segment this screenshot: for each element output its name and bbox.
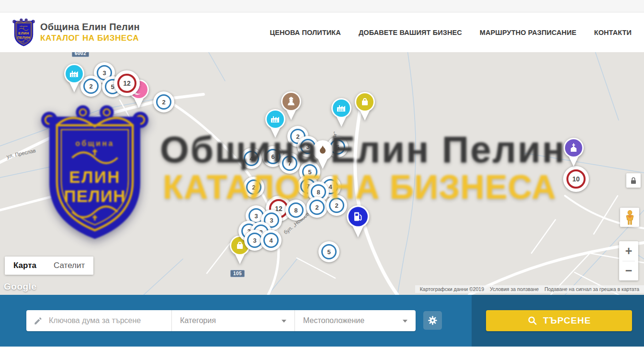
cluster-marker[interactable]: 5 <box>318 241 339 262</box>
road-badge: 105 <box>230 270 245 277</box>
shopping-bag-icon <box>354 92 376 122</box>
church-pin-marker[interactable] <box>563 138 585 168</box>
factory-icon <box>264 109 286 139</box>
location-select[interactable]: Местоположение <box>294 310 416 331</box>
cluster-marker[interactable]: 7 <box>279 153 300 174</box>
zoom-in-button[interactable]: + <box>619 241 638 261</box>
map-type-satellite-button[interactable]: Сателит <box>45 257 93 275</box>
lock-icon <box>630 177 637 185</box>
nav-item-contacts[interactable]: КОНТАКТИ <box>594 29 632 36</box>
factory-pin-marker[interactable] <box>264 109 286 139</box>
map-copyright: Картографски данни ©2019 <box>417 286 487 292</box>
terms-link[interactable]: Условия за ползване <box>487 286 542 292</box>
report-error-link[interactable]: Подаване на сигнал за грешка в картата <box>542 286 642 292</box>
factory-icon <box>330 98 352 128</box>
factory-icon <box>63 64 85 93</box>
brand-title: Община Елин Пелин <box>40 22 140 33</box>
factory-pin-marker[interactable] <box>63 64 85 93</box>
search-bar: Категория Местоположение <box>0 295 644 347</box>
flame-icon <box>312 140 334 170</box>
window-top-strip <box>0 0 644 12</box>
flame-pin-marker[interactable] <box>312 140 334 170</box>
map-canvas[interactable]: 6002105ул. Преславбул. „Новоселции"32512… <box>0 52 644 295</box>
site-header: Община Елин Пелин КАТАЛОГ НА БИЗНЕСА ЦЕН… <box>0 12 644 52</box>
cluster-marker[interactable]: 4 <box>241 148 262 169</box>
search-icon <box>527 315 538 326</box>
map-type-map-button[interactable]: Карта <box>5 257 45 275</box>
keyword-field[interactable] <box>26 310 171 331</box>
search-button-label: ТЪРСЕНЕ <box>543 315 591 326</box>
factory-pin-marker[interactable] <box>330 98 352 128</box>
cluster-marker[interactable]: 2 <box>153 91 174 112</box>
shopping-bag-pin-marker[interactable] <box>354 92 376 122</box>
cluster-marker[interactable]: 2 <box>243 177 264 198</box>
main-nav: ЦЕНОВА ПОЛИТИКА ДОБАВЕТЕ ВАШИЯТ БИЗНЕС М… <box>270 29 632 36</box>
cluster-marker[interactable]: 4 <box>260 230 282 251</box>
cluster-marker[interactable]: 12 <box>114 70 140 96</box>
brand-text: Община Елин Пелин КАТАЛОГ НА БИЗНЕСА <box>40 22 140 43</box>
cluster-marker[interactable]: 8 <box>285 200 306 221</box>
church-icon <box>563 138 585 168</box>
fuel-icon <box>346 205 371 238</box>
google-logo[interactable]: Google <box>4 281 36 292</box>
chevron-down-icon <box>282 320 286 325</box>
nav-item-pricing[interactable]: ЦЕНОВА ПОЛИТИКА <box>270 29 341 36</box>
zoom-out-button[interactable]: − <box>619 261 638 281</box>
category-select[interactable]: Категория <box>171 310 294 331</box>
nav-item-route-schedule[interactable]: МАРШРУТНО РАЗПИСАНИЕ <box>480 29 576 36</box>
gear-icon <box>428 315 438 325</box>
keyword-input[interactable] <box>48 316 164 325</box>
location-select-label: Местоположение <box>303 316 364 325</box>
search-button[interactable]: ТЪРСЕНЕ <box>486 310 632 331</box>
pencil-icon <box>34 316 43 325</box>
zoom-control: + − <box>619 241 638 280</box>
fuel-pin-marker[interactable] <box>346 205 371 238</box>
cluster-marker[interactable]: 2 <box>306 197 328 218</box>
nav-item-add-business[interactable]: ДОБАВЕТЕ ВАШИЯТ БИЗНЕС <box>359 29 462 36</box>
brand-logo[interactable]: Община Елин Пелин КАТАЛОГ НА БИЗНЕСА <box>12 18 140 47</box>
road-badge: 6002 <box>72 52 89 57</box>
search-fields: Категория Местоположение <box>26 310 416 331</box>
lock-button[interactable] <box>626 173 641 188</box>
advanced-search-button[interactable] <box>423 311 442 330</box>
brand-subtitle: КАТАЛОГ НА БИЗНЕСА <box>40 34 140 43</box>
pegman-icon <box>624 210 635 225</box>
category-select-label: Категория <box>180 316 216 325</box>
pegman-button[interactable] <box>620 208 639 227</box>
map-type-control: Карта Сателит <box>5 257 93 275</box>
cluster-marker[interactable]: 2 <box>326 195 347 216</box>
municipality-crest-icon <box>12 18 35 47</box>
chevron-down-icon <box>403 320 407 325</box>
cluster-marker[interactable]: 10 <box>563 166 589 192</box>
map-attribution: Картографски данни ©2019 Условия за полз… <box>415 285 644 293</box>
